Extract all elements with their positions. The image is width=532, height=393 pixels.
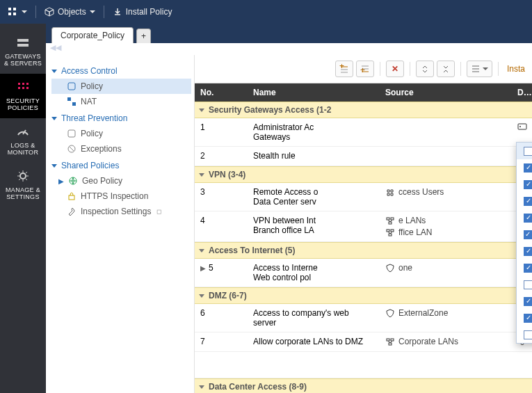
menu-item-track[interactable]: Track [517, 293, 532, 310]
install-icon [113, 7, 122, 17]
app-menu-button[interactable] [7, 6, 27, 17]
svg-rect-15 [67, 97, 71, 101]
tree-item-geo-policy[interactable]: ▶Geo Policy [51, 173, 191, 189]
tool-columns[interactable] [467, 61, 492, 77]
grid-section-header[interactable]: Access To Internet (5) [195, 242, 532, 259]
policies-icon [15, 79, 31, 95]
cog-icon [15, 168, 31, 184]
cell-source [380, 147, 512, 155]
checkbox-icon [524, 330, 532, 339]
cell-object[interactable]: Corporate LANs [385, 337, 506, 346]
nav-manage-settings[interactable]: MANAGE &SETTINGS [0, 163, 46, 207]
checkbox-icon [524, 297, 532, 306]
install-policy-button[interactable]: Install Policy [113, 7, 172, 17]
policy-tree: Access Control Policy NAT Threat Prevent… [46, 55, 195, 393]
cell-no: 4 [195, 211, 248, 230]
svg-rect-3 [13, 13, 16, 15]
left-nav: GATEWAYS& SERVERS SECURITYPOLICIES LOGS … [0, 24, 46, 393]
svg-rect-9 [18, 87, 20, 89]
menu-item-source[interactable]: Source [517, 176, 532, 193]
cell-object[interactable] [517, 122, 526, 131]
app-grid-icon [7, 6, 18, 17]
policy-tabs: Corporate_Policy + [46, 24, 532, 43]
collapse-tree-handle[interactable]: ◀◀ [50, 43, 532, 55]
cell-source: Corporate LANs [380, 332, 512, 351]
gauge-icon [15, 124, 31, 139]
chevron-right-icon: ▶ [58, 177, 64, 185]
cell-object[interactable]: ExternalZone [385, 308, 506, 318]
rule-row[interactable]: 7 Allow corporate LANs to DMZ Corporate … [195, 332, 532, 352]
cell-source: ccess Users [380, 183, 512, 201]
cell-name: Access to company's web server [248, 304, 380, 332]
column-chooser-menu: HitsNameSourceDestinationVPNServices & A… [516, 142, 532, 344]
tree-item-threat-policy[interactable]: Policy [51, 126, 191, 141]
grid-header[interactable]: No. Name Source Desti [195, 83, 532, 102]
menu-item-name[interactable]: Name [517, 159, 532, 176]
menu-item-install-on[interactable]: Install On [517, 310, 532, 326]
tree-group-shared-policies[interactable]: Shared Policies [51, 161, 191, 170]
menu-item-action[interactable]: Action [517, 259, 532, 276]
svg-rect-65 [391, 339, 394, 341]
grid-section-header[interactable]: VPN (3-4) [195, 166, 532, 183]
tree-item-exceptions[interactable]: Exceptions [51, 141, 191, 157]
net-icon [385, 337, 395, 346]
tool-add-top[interactable]: + [335, 61, 353, 77]
tree-item-policy[interactable]: Policy [51, 79, 191, 94]
col-name[interactable]: Name [248, 85, 380, 100]
svg-text:+: + [339, 64, 344, 71]
grid-section-header[interactable]: Data Center Access (8-9) [195, 378, 532, 393]
rules-grid: No. Name Source Desti Security Gateways … [195, 83, 532, 393]
tree-item-https-inspection[interactable]: HTTPS Inspection [51, 189, 191, 204]
rule-row[interactable]: 3 Remote Access oData Center serv ccess … [195, 183, 532, 211]
cell-object[interactable]: e LANs [385, 216, 506, 225]
cell-object[interactable]: ffice LAN [385, 227, 506, 237]
svg-rect-44 [389, 222, 392, 224]
cell-no: 6 [195, 304, 248, 322]
tool-collapse-all[interactable] [437, 61, 455, 77]
rule-row[interactable]: ▶5 Access to InterneWeb control pol one [195, 259, 532, 287]
nav-logs-monitor[interactable]: LOGS &MONITOR [0, 118, 46, 163]
tool-delete[interactable]: ✕ [386, 61, 404, 77]
checkbox-icon [524, 180, 532, 189]
nav-gateways-servers[interactable]: GATEWAYS& SERVERS [0, 29, 46, 74]
grid-section-header[interactable]: DMZ (6-7) [195, 287, 532, 304]
menu-item-comments[interactable]: Comments [517, 326, 532, 343]
rule-row[interactable]: 2 Stealth rule [195, 147, 532, 166]
menu-item-content[interactable]: Content [517, 243, 532, 259]
cube-icon [45, 7, 54, 17]
menu-item-destination[interactable]: Destination [517, 193, 532, 209]
nav-security-policies[interactable]: SECURITYPOLICIES [0, 74, 46, 118]
tool-add-bottom[interactable]: + [356, 61, 374, 77]
tab-corporate-policy[interactable]: Corporate_Policy [51, 27, 134, 43]
col-source[interactable]: Source [380, 85, 512, 100]
grid-section-header[interactable]: Security Gateways Access (1-2 [195, 102, 532, 118]
cell-source: ExternalZone [380, 304, 512, 322]
menu-item-time[interactable]: Time [517, 276, 532, 293]
nat-icon [67, 97, 76, 106]
rule-row[interactable]: 4 VPN between IntBranch office LA e LANs… [195, 211, 532, 242]
cell-source: e LANsffice LAN [380, 211, 512, 241]
tree-item-nat[interactable]: NAT [51, 94, 191, 109]
install-policy-label: Install Policy [126, 7, 172, 17]
rule-row[interactable]: 1 Administrator AcGateways [195, 118, 532, 147]
cell-no: 2 [195, 147, 248, 165]
cell-object[interactable]: ccess Users [385, 187, 506, 197]
menu-item-vpn[interactable]: VPN [517, 209, 532, 226]
svg-rect-42 [387, 218, 389, 220]
tool-expand-all[interactable] [416, 61, 434, 77]
menu-item-hits[interactable]: Hits [517, 143, 532, 159]
objects-menu-button[interactable]: Objects [45, 7, 95, 17]
tab-add-button[interactable]: + [136, 29, 151, 43]
menu-item-services-applications[interactable]: Services & Applications [517, 226, 532, 243]
rule-row[interactable]: 6 Access to company's web server Externa… [195, 304, 532, 332]
grp-icon [385, 188, 395, 196]
cell-object[interactable]: one [385, 263, 506, 273]
tree-group-access-control[interactable]: Access Control [51, 66, 191, 76]
svg-rect-2 [8, 13, 11, 15]
col-no[interactable]: No. [195, 85, 248, 100]
col-destination[interactable]: Desti [512, 85, 532, 100]
install-actions-label[interactable]: Insta [504, 64, 528, 74]
tree-group-threat-prevention[interactable]: Threat Prevention [51, 113, 191, 123]
svg-rect-4 [17, 39, 29, 42]
tree-item-inspection-settings[interactable]: Inspection Settings◻ [51, 204, 191, 219]
